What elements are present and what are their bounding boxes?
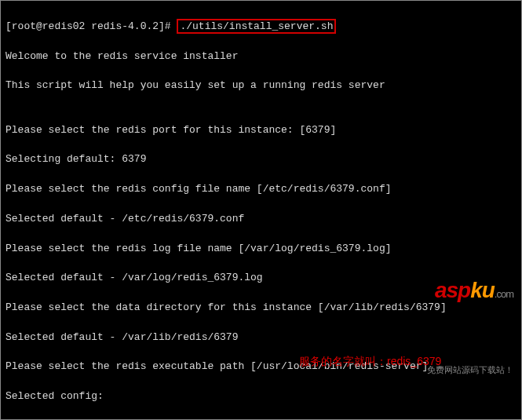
output-line: Welcome to the redis service installer (5, 49, 517, 64)
logo-ku: ku (470, 278, 495, 302)
prompt-line-1: [root@redis02 redis-4.0.2]# ./utils/inst… (5, 19, 517, 35)
command-highlight: ./utils/install_server.sh (177, 19, 336, 35)
output-line: Please select the redis config file name… (5, 182, 517, 197)
logo-com: .com (495, 288, 513, 300)
output-line: This script will help you easily set up … (5, 79, 517, 93)
logo-asp: asp (435, 278, 470, 302)
output-line: Selecting default: 6379 (5, 152, 517, 167)
logo-subtitle: 免费网站源码下载站！ (403, 364, 513, 377)
shell-prompt: [root@redis02 redis-4.0.2]# (5, 20, 177, 32)
terminal-window[interactable]: [root@redis02 redis-4.0.2]# ./utils/inst… (1, 1, 521, 419)
output-line: Please select the redis port for this in… (5, 123, 517, 138)
watermark-logo: aspku.com 免费网站源码下载站！ (403, 213, 513, 407)
logo-text: aspku.com (403, 243, 513, 338)
